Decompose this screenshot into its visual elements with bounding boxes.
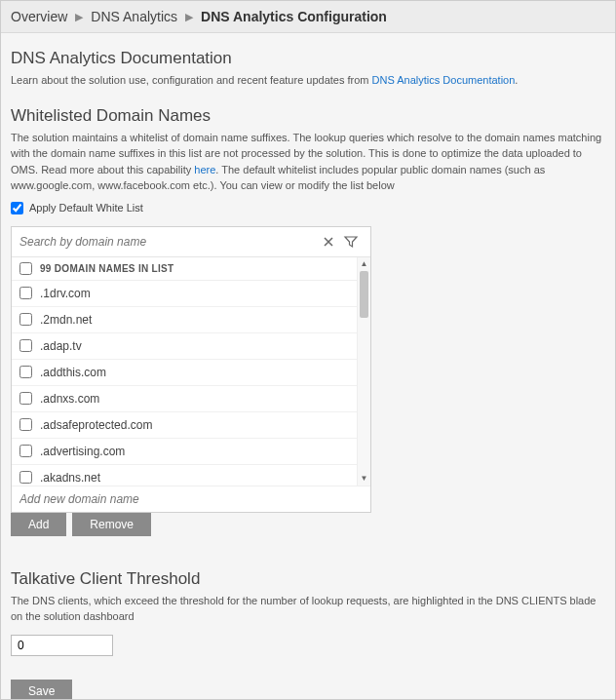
domain-list: 99 DOMAIN NAMES IN LIST .1drv.com.2mdn.n…: [12, 257, 357, 486]
doc-desc-text: Learn about the solution use, configurat…: [11, 74, 372, 86]
domain-checkbox[interactable]: [19, 339, 32, 352]
whitelist-section-desc: The solution maintains a whitelist of do…: [11, 130, 605, 194]
save-button[interactable]: Save: [11, 680, 72, 700]
breadcrumb-dns-analytics[interactable]: DNS Analytics: [91, 9, 177, 24]
domain-checkbox[interactable]: [19, 392, 32, 405]
domain-label: .akadns.net: [40, 471, 100, 485]
whitelist-section-title: Whitelisted Domain Names: [11, 106, 605, 126]
domain-row[interactable]: .adsafeprotected.com: [12, 412, 357, 439]
domain-checkbox[interactable]: [19, 366, 32, 378]
breadcrumb: Overview ▶ DNS Analytics ▶ DNS Analytics…: [1, 1, 615, 33]
filter-icon: [343, 234, 359, 250]
domain-row[interactable]: .2mdn.net: [12, 307, 357, 333]
threshold-section-desc: The DNS clients, which exceed the thresh…: [11, 593, 605, 625]
close-icon: [322, 235, 335, 249]
domain-row[interactable]: .addthis.com: [12, 360, 357, 386]
scroll-down-icon[interactable]: ▼: [358, 472, 370, 486]
chevron-right-icon: ▶: [185, 11, 193, 23]
select-all-checkbox[interactable]: [19, 262, 32, 275]
threshold-input[interactable]: [11, 635, 113, 656]
domain-row[interactable]: .advertising.com: [12, 439, 357, 465]
domain-label: .adnxs.com: [40, 392, 99, 406]
doc-section-title: DNS Analytics Documentation: [11, 49, 605, 68]
doc-link[interactable]: DNS Analytics Documentation: [372, 74, 516, 86]
add-button[interactable]: Add: [11, 513, 66, 536]
clear-search-button[interactable]: [318, 233, 339, 251]
breadcrumb-current: DNS Analytics Configuration: [201, 9, 387, 24]
domain-list-box: 99 DOMAIN NAMES IN LIST .1drv.com.2mdn.n…: [11, 226, 371, 513]
breadcrumb-overview[interactable]: Overview: [11, 9, 67, 24]
domain-row[interactable]: .1drv.com: [12, 281, 357, 307]
scrollbar[interactable]: ▲ ▼: [357, 257, 370, 486]
domain-checkbox[interactable]: [19, 471, 32, 484]
domain-checkbox[interactable]: [19, 445, 32, 457]
filter-button[interactable]: [339, 232, 363, 252]
add-domain-input[interactable]: [19, 492, 363, 506]
domain-checkbox[interactable]: [19, 313, 32, 326]
scroll-thumb[interactable]: [360, 271, 368, 318]
search-input[interactable]: [19, 231, 318, 253]
doc-section-desc: Learn about the solution use, configurat…: [11, 72, 605, 89]
domain-count-label: 99 DOMAIN NAMES IN LIST: [40, 263, 173, 274]
domain-row[interactable]: .adap.tv: [12, 333, 357, 360]
chevron-right-icon: ▶: [75, 11, 83, 23]
threshold-section-title: Talkative Client Threshold: [11, 569, 605, 589]
domain-label: .advertising.com: [40, 445, 125, 458]
remove-button[interactable]: Remove: [72, 513, 151, 536]
scroll-up-icon[interactable]: ▲: [358, 257, 370, 271]
whitelist-here-link[interactable]: here: [194, 164, 215, 175]
apply-default-label: Apply Default White List: [29, 202, 143, 214]
domain-label: .2mdn.net: [40, 313, 92, 327]
domain-label: .1drv.com: [40, 287, 91, 300]
domain-row[interactable]: .akadns.net: [12, 465, 357, 486]
domain-label: .addthis.com: [40, 366, 106, 379]
domain-label: .adsafeprotected.com: [40, 418, 152, 432]
doc-desc-suffix: .: [515, 74, 518, 86]
apply-default-checkbox[interactable]: [11, 202, 23, 214]
domain-checkbox[interactable]: [19, 287, 32, 299]
domain-checkbox[interactable]: [19, 418, 32, 431]
scroll-track[interactable]: [358, 271, 370, 472]
domain-row[interactable]: .adnxs.com: [12, 386, 357, 412]
domain-label: .adap.tv: [40, 339, 82, 353]
domain-list-header: 99 DOMAIN NAMES IN LIST: [12, 257, 357, 281]
